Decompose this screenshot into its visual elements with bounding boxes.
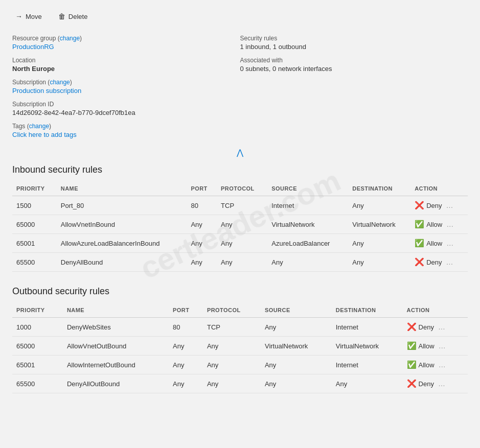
cell-port: Any <box>169 356 203 374</box>
cell-priority: 65000 <box>12 337 63 356</box>
table-row[interactable]: 1500 Port_80 80 TCP Internet Any ❌ Deny … <box>12 196 468 215</box>
inbound-col-name: NAME <box>57 182 187 196</box>
row-ellipsis[interactable]: … <box>438 380 445 388</box>
cell-action: ❌ Deny … <box>403 318 468 337</box>
cell-source: Any <box>261 356 332 374</box>
cell-destination: Any <box>348 253 410 272</box>
tags-add-link[interactable]: Click here to add tags <box>12 131 77 138</box>
table-row[interactable]: 65001 AllowInternetOutBound Any Any Any … <box>12 356 468 374</box>
outbound-col-protocol: PROTOCOL <box>203 304 261 318</box>
cell-destination: VirtualNetwork <box>348 215 410 234</box>
table-row[interactable]: 65500 DenyAllOutBound Any Any Any Any ❌ … <box>12 374 468 393</box>
cell-port: Any <box>187 234 217 253</box>
inbound-section: Inbound security rules PRIORITY NAME POR… <box>12 164 468 272</box>
table-row[interactable]: 65500 DenyAllBound Any Any Any Any ❌ Den… <box>12 253 468 272</box>
action-label: Allow <box>419 342 435 350</box>
cell-destination: Any <box>348 196 410 215</box>
cell-action: ❌ Deny … <box>403 374 468 393</box>
deny-icon: ❌ <box>407 379 417 388</box>
cell-name: AllowAzureLoadBalancerInBound <box>57 234 187 253</box>
associated-cell: Associated with 0 subnets, 0 network int… <box>240 54 468 76</box>
toolbar: → Move 🗑 Delete <box>12 10 468 22</box>
deny-icon: ❌ <box>415 201 424 210</box>
cell-protocol: Any <box>217 234 267 253</box>
row-ellipsis[interactable]: … <box>446 239 453 247</box>
row-ellipsis[interactable]: … <box>446 220 453 228</box>
inbound-col-source: SOURCE <box>267 182 348 196</box>
cell-source: Any <box>261 374 332 393</box>
collapse-section: ⋀ <box>12 148 468 157</box>
cell-priority: 1500 <box>12 196 57 215</box>
inbound-col-protocol: PROTOCOL <box>217 182 267 196</box>
row-ellipsis[interactable]: … <box>439 361 446 369</box>
move-icon: → <box>15 12 22 20</box>
cell-action: ✅ Allow … <box>410 234 468 253</box>
table-row[interactable]: 1000 DenyWebSites 80 TCP Any Internet ❌ … <box>12 318 468 337</box>
cell-priority: 65500 <box>12 253 57 272</box>
action-label: Deny <box>426 202 442 209</box>
cell-name: AllowVnetOutBound <box>63 337 169 356</box>
cell-port: 80 <box>169 318 203 337</box>
cell-priority: 65500 <box>12 374 63 393</box>
cell-protocol: Any <box>203 374 261 393</box>
empty-cell2 <box>240 98 468 120</box>
inbound-title: Inbound security rules <box>12 164 468 175</box>
subscription-id-label: Subscription ID <box>12 101 240 108</box>
security-rules-cell: Security rules 1 inbound, 1 outbound <box>240 32 468 54</box>
cell-source: VirtualNetwork <box>261 337 332 356</box>
row-ellipsis[interactable]: … <box>439 342 446 350</box>
action-label: Allow <box>426 240 442 247</box>
inbound-col-priority: PRIORITY <box>12 182 57 196</box>
cell-port: Any <box>187 253 217 272</box>
delete-button[interactable]: 🗑 Delete <box>55 10 91 22</box>
table-row[interactable]: 65000 AllowVnetInBound Any Any VirtualNe… <box>12 215 468 234</box>
resource-group-change-link[interactable]: change <box>60 35 80 42</box>
cell-action: ✅ Allow … <box>403 356 468 374</box>
cell-protocol: TCP <box>203 318 261 337</box>
subscription-id-value: 14d26092-8e42-4ea7-b770-9dcef70fb1ea <box>12 109 240 116</box>
row-ellipsis[interactable]: … <box>446 201 453 209</box>
cell-source: Any <box>267 253 348 272</box>
cell-name: DenyWebSites <box>63 318 169 337</box>
location-value: North Europe <box>12 65 240 73</box>
move-button[interactable]: → Move <box>12 10 45 22</box>
resource-group-cell: Resource group (change) ProductionRG <box>12 32 240 54</box>
location-label: Location <box>12 57 240 64</box>
action-label: Deny <box>419 380 434 388</box>
inbound-tbody: 1500 Port_80 80 TCP Internet Any ❌ Deny … <box>12 196 468 272</box>
collapse-icon[interactable]: ⋀ <box>237 148 243 157</box>
associated-label: Associated with <box>240 57 468 64</box>
inbound-col-port: PORT <box>187 182 217 196</box>
cell-priority: 65001 <box>12 356 63 374</box>
move-label: Move <box>26 13 42 20</box>
tags-label: Tags (change) <box>12 123 240 130</box>
inbound-col-action: ACTION <box>410 182 468 196</box>
tags-change-link[interactable]: change <box>29 123 49 130</box>
table-row[interactable]: 65001 AllowAzureLoadBalancerInBound Any … <box>12 234 468 253</box>
cell-port: Any <box>187 215 217 234</box>
cell-priority: 65001 <box>12 234 57 253</box>
cell-name: AllowInternetOutBound <box>63 356 169 374</box>
cell-name: AllowVnetInBound <box>57 215 187 234</box>
inbound-thead: PRIORITY NAME PORT PROTOCOL SOURCE DESTI… <box>12 182 468 196</box>
row-ellipsis[interactable]: … <box>438 323 445 331</box>
subscription-id-cell: Subscription ID 14d26092-8e42-4ea7-b770-… <box>12 98 240 120</box>
table-row[interactable]: 65000 AllowVnetOutBound Any Any VirtualN… <box>12 337 468 356</box>
cell-destination: Internet <box>332 356 403 374</box>
cell-name: Port_80 <box>57 196 187 215</box>
outbound-col-port: PORT <box>169 304 203 318</box>
cell-port: 80 <box>187 196 217 215</box>
cell-source: Any <box>261 318 332 337</box>
cell-priority: 65000 <box>12 215 57 234</box>
resource-group-value[interactable]: ProductionRG <box>12 43 54 51</box>
subscription-value[interactable]: Production subscription <box>12 87 81 95</box>
outbound-title: Outbound security rules <box>12 286 468 297</box>
row-ellipsis[interactable]: … <box>446 258 453 266</box>
cell-action: ✅ Allow … <box>403 337 468 356</box>
outbound-header-row: PRIORITY NAME PORT PROTOCOL SOURCE DESTI… <box>12 304 468 318</box>
cell-port: Any <box>169 374 203 393</box>
delete-label: Delete <box>68 13 88 20</box>
subscription-change-link[interactable]: change <box>50 79 70 86</box>
outbound-thead: PRIORITY NAME PORT PROTOCOL SOURCE DESTI… <box>12 304 468 318</box>
deny-icon: ❌ <box>407 322 417 332</box>
